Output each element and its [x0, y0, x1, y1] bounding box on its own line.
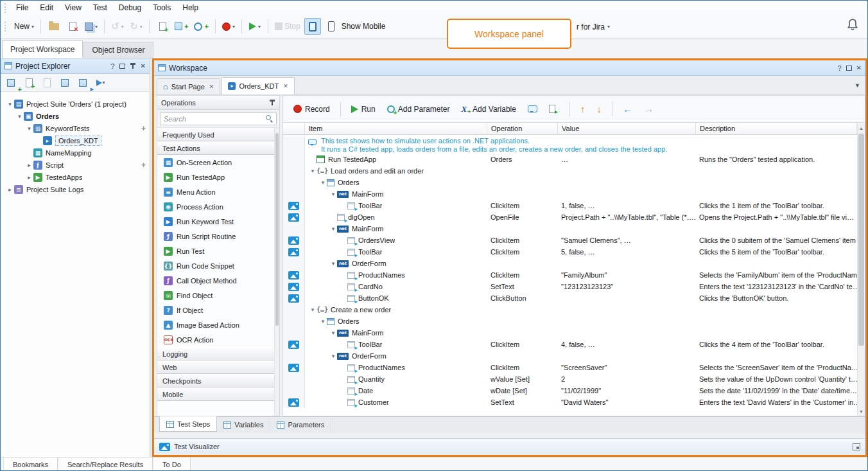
visualizer-thumbnail-icon[interactable] — [288, 236, 299, 245]
search-input[interactable]: Search — [160, 112, 277, 125]
visualizer-thumbnail-icon[interactable] — [288, 213, 299, 222]
test-step-row-orders[interactable]: ▾Orders — [283, 315, 857, 327]
tab-project-workspace[interactable]: Project Workspace — [2, 40, 83, 58]
run-toolbar-button[interactable]: ▾ — [247, 18, 263, 35]
ops-item-menu-action[interactable]: ≡Menu Action — [157, 184, 279, 199]
visualizer-thumbnail-icon[interactable] — [288, 341, 299, 349]
add-existing-button[interactable] — [39, 76, 55, 90]
close-panel-button[interactable]: ✕ — [141, 62, 146, 69]
float-panel-button[interactable] — [846, 66, 852, 71]
move-right-button[interactable]: → — [640, 102, 657, 116]
ops-category-mobile[interactable]: Mobile — [157, 387, 279, 401]
expander-icon[interactable]: ▸ — [25, 162, 33, 168]
help-button[interactable]: ? — [837, 64, 841, 72]
pin-icon[interactable] — [269, 99, 275, 106]
menu-view[interactable]: View — [59, 2, 87, 13]
ops-item-image-based-action[interactable]: ▲Image Based Action — [157, 317, 279, 332]
test-step-row-dlgopen[interactable]: dlgOpen OpenFile Project.Path + "..\\MyT… — [283, 211, 857, 223]
options-button[interactable]: + — [192, 18, 210, 35]
undo-button[interactable]: ↺▾ — [109, 18, 126, 35]
add-existing-item-button[interactable]: + — [173, 18, 190, 35]
tab-test-steps[interactable]: Test Steps — [159, 416, 217, 432]
test-step-row-toolbar[interactable]: ToolBar ClickItem 5, false, … Clicks the… — [283, 246, 857, 258]
operations-scrollbar[interactable] — [274, 128, 279, 416]
add-item-plus-button[interactable]: + — [141, 161, 146, 170]
ops-item-find-object[interactable]: ◎Find Object — [157, 288, 279, 303]
test-step-row-quantity[interactable]: Quantity wValue [Set] 2 Sets the value o… — [283, 373, 857, 385]
add-new-item-button[interactable]: + — [154, 18, 171, 35]
record-toolbar-button[interactable]: ▾ — [220, 18, 237, 35]
test-step-row-run-testedapp[interactable]: Run TestedApp Orders … Runs the "Orders"… — [283, 154, 857, 165]
ops-item-run-testedapp[interactable]: ▶Run TestedApp — [157, 170, 279, 184]
tree-item-keywordtests[interactable]: ▾ ▥ KeywordTests + — [1, 122, 150, 134]
comment-row[interactable]: This test shows how to simulate user act… — [283, 136, 857, 154]
expander-icon[interactable]: ▾ — [329, 330, 337, 336]
scrollbar-thumb[interactable] — [858, 134, 864, 346]
test-step-row-create-a-new-order[interactable]: ▾{…}Create a new order — [283, 304, 857, 315]
mobile-device-button[interactable] — [323, 18, 340, 35]
move-left-button[interactable]: ← — [619, 102, 636, 116]
notifications-button[interactable] — [847, 18, 858, 33]
test-step-row-cardno[interactable]: CardNo SetText "123123123123" Enters the… — [283, 281, 857, 292]
organize-panels-button[interactable] — [57, 76, 73, 90]
tree-item-namemapping[interactable]: ▦ NameMapping — [1, 147, 150, 159]
menu-debug[interactable]: Debug — [113, 2, 147, 13]
tree-item-orders[interactable]: ▾ ▣ Orders — [1, 110, 150, 122]
ops-item-call-object-method[interactable]: ƒCall Object Method — [157, 273, 279, 288]
test-step-row-buttonok[interactable]: ButtonOK ClickButton Clicks the 'ButtonO… — [283, 292, 857, 304]
menu-tools[interactable]: Tools — [147, 2, 177, 13]
ops-item-ocr-action[interactable]: OCROCR Action — [157, 332, 279, 347]
doc-tab-start-page[interactable]: ⌂Start Page ✕ — [157, 78, 220, 94]
expander-icon[interactable]: ▸ — [25, 174, 33, 181]
test-step-row-ordersview[interactable]: OrdersView ClickItem "Samuel Clemens", …… — [283, 235, 857, 246]
pin-button[interactable] — [130, 62, 136, 69]
ops-category-checkpoints[interactable]: Checkpoints — [157, 374, 279, 387]
test-step-row-mainform[interactable]: ▾netMainForm — [283, 327, 857, 339]
run-project-button[interactable]: ▾ — [93, 76, 108, 90]
test-step-row-load-orders-and-edit-an-order[interactable]: ▾{…}Load orders and edit an order — [283, 165, 857, 177]
visualizer-thumbnail-icon[interactable] — [288, 283, 299, 291]
ops-item-on-screen-action[interactable]: ▦On-Screen Action — [157, 155, 279, 170]
test-step-row-orders[interactable]: ▾Orders — [283, 177, 857, 188]
test-step-row-toolbar[interactable]: ToolBar ClickItem 4, false, … Clicks the… — [283, 339, 857, 350]
test-step-row-mainform[interactable]: ▾netMainForm — [283, 223, 857, 235]
expander-icon[interactable]: ▾ — [329, 191, 337, 197]
close-document-button[interactable]: ✕ — [64, 18, 81, 35]
menu-test[interactable]: Test — [87, 2, 113, 13]
add-variable-button[interactable]: XAdd Variable — [457, 102, 520, 116]
redo-button[interactable]: ↻▾ — [128, 18, 144, 35]
column-header-item[interactable]: Item — [305, 123, 487, 134]
description-button[interactable] — [545, 102, 559, 116]
record-button[interactable]: Record — [290, 102, 334, 116]
float-panel-button[interactable] — [119, 64, 125, 69]
close-tab-icon[interactable]: ✕ — [209, 84, 214, 90]
ops-category-test-actions[interactable]: Test Actions — [157, 141, 279, 155]
stop-button[interactable]: Stop — [273, 18, 302, 35]
ops-item-process-action[interactable]: ◉Process Action — [157, 199, 279, 214]
expander-icon[interactable]: ▸ — [6, 186, 14, 193]
visualizer-thumbnail-icon[interactable] — [288, 271, 299, 280]
expander-icon[interactable]: ▾ — [319, 318, 327, 324]
expander-icon[interactable]: ▾ — [15, 113, 24, 120]
close-panel-button[interactable]: ✕ — [856, 64, 862, 71]
column-header-description[interactable]: Description — [696, 123, 857, 134]
tab-bookmarks[interactable]: Bookmarks — [3, 458, 58, 471]
expander-icon[interactable]: ▾ — [25, 125, 33, 132]
ops-category-web[interactable]: Web — [157, 360, 279, 374]
column-header-value[interactable]: Value — [558, 123, 696, 134]
ops-category-frequently-used[interactable]: Frequently Used — [157, 128, 279, 141]
visualizer-thumbnail-icon[interactable] — [288, 294, 299, 303]
tab-variables[interactable]: Variables — [217, 417, 270, 432]
scroll-up-arrow[interactable]: ▲ — [858, 123, 865, 132]
column-header-operation[interactable]: Operation — [487, 123, 558, 134]
tab-search-replace-results[interactable]: Search/Replace Results — [58, 458, 153, 471]
menu-edit[interactable]: Edit — [34, 2, 59, 13]
add-project-item-button[interactable]: + — [3, 76, 19, 90]
expander-icon[interactable]: ▾ — [329, 260, 337, 267]
test-step-row-toolbar[interactable]: ToolBar ClickItem 1, false, … Clicks the… — [283, 200, 857, 211]
test-step-row-date[interactable]: Date wDate [Set] "11/02/1999" Sets the d… — [283, 385, 857, 396]
ops-item-run-script-routine[interactable]: ƒRun Script Routine — [157, 229, 279, 244]
visualizer-thumbnail-icon[interactable] — [288, 364, 299, 372]
show-mobile-screen-button[interactable] — [304, 18, 321, 35]
menu-help[interactable]: Help — [177, 2, 204, 13]
